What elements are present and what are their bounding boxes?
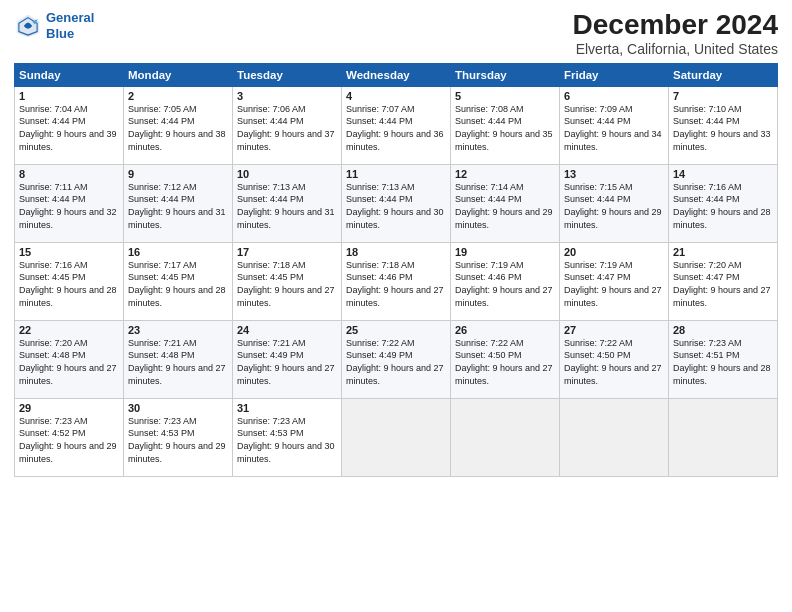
calendar-cell: 18Sunrise: 7:18 AMSunset: 4:46 PMDayligh… xyxy=(342,242,451,320)
day-number: 2 xyxy=(128,90,228,102)
day-number: 26 xyxy=(455,324,555,336)
day-number: 30 xyxy=(128,402,228,414)
day-info: Sunrise: 7:23 AMSunset: 4:53 PMDaylight:… xyxy=(237,415,337,465)
calendar-cell: 13Sunrise: 7:15 AMSunset: 4:44 PMDayligh… xyxy=(560,164,669,242)
calendar-cell: 14Sunrise: 7:16 AMSunset: 4:44 PMDayligh… xyxy=(669,164,778,242)
header: General Blue December 2024 Elverta, Cali… xyxy=(14,10,778,57)
calendar-cell xyxy=(342,398,451,476)
calendar-cell: 24Sunrise: 7:21 AMSunset: 4:49 PMDayligh… xyxy=(233,320,342,398)
day-number: 20 xyxy=(564,246,664,258)
day-info: Sunrise: 7:07 AMSunset: 4:44 PMDaylight:… xyxy=(346,103,446,153)
calendar-cell: 29Sunrise: 7:23 AMSunset: 4:52 PMDayligh… xyxy=(15,398,124,476)
page-container: General Blue December 2024 Elverta, Cali… xyxy=(0,0,792,485)
calendar-cell: 30Sunrise: 7:23 AMSunset: 4:53 PMDayligh… xyxy=(124,398,233,476)
day-header-wednesday: Wednesday xyxy=(342,63,451,86)
title-block: December 2024 Elverta, California, Unite… xyxy=(573,10,778,57)
day-number: 1 xyxy=(19,90,119,102)
day-number: 16 xyxy=(128,246,228,258)
day-number: 29 xyxy=(19,402,119,414)
day-info: Sunrise: 7:13 AMSunset: 4:44 PMDaylight:… xyxy=(237,181,337,231)
day-info: Sunrise: 7:21 AMSunset: 4:48 PMDaylight:… xyxy=(128,337,228,387)
day-info: Sunrise: 7:14 AMSunset: 4:44 PMDaylight:… xyxy=(455,181,555,231)
calendar-cell: 16Sunrise: 7:17 AMSunset: 4:45 PMDayligh… xyxy=(124,242,233,320)
calendar-header-row: SundayMondayTuesdayWednesdayThursdayFrid… xyxy=(15,63,778,86)
calendar-cell: 1Sunrise: 7:04 AMSunset: 4:44 PMDaylight… xyxy=(15,86,124,164)
calendar-cell: 28Sunrise: 7:23 AMSunset: 4:51 PMDayligh… xyxy=(669,320,778,398)
day-number: 13 xyxy=(564,168,664,180)
day-header-friday: Friday xyxy=(560,63,669,86)
day-info: Sunrise: 7:04 AMSunset: 4:44 PMDaylight:… xyxy=(19,103,119,153)
day-number: 27 xyxy=(564,324,664,336)
day-info: Sunrise: 7:22 AMSunset: 4:50 PMDaylight:… xyxy=(564,337,664,387)
day-number: 17 xyxy=(237,246,337,258)
day-info: Sunrise: 7:22 AMSunset: 4:50 PMDaylight:… xyxy=(455,337,555,387)
day-info: Sunrise: 7:12 AMSunset: 4:44 PMDaylight:… xyxy=(128,181,228,231)
calendar-week-row: 22Sunrise: 7:20 AMSunset: 4:48 PMDayligh… xyxy=(15,320,778,398)
day-info: Sunrise: 7:16 AMSunset: 4:45 PMDaylight:… xyxy=(19,259,119,309)
day-info: Sunrise: 7:20 AMSunset: 4:47 PMDaylight:… xyxy=(673,259,773,309)
day-info: Sunrise: 7:23 AMSunset: 4:52 PMDaylight:… xyxy=(19,415,119,465)
page-title: December 2024 xyxy=(573,10,778,41)
calendar-cell: 7Sunrise: 7:10 AMSunset: 4:44 PMDaylight… xyxy=(669,86,778,164)
calendar-cell xyxy=(560,398,669,476)
day-header-saturday: Saturday xyxy=(669,63,778,86)
day-number: 28 xyxy=(673,324,773,336)
day-info: Sunrise: 7:05 AMSunset: 4:44 PMDaylight:… xyxy=(128,103,228,153)
calendar-cell: 19Sunrise: 7:19 AMSunset: 4:46 PMDayligh… xyxy=(451,242,560,320)
day-info: Sunrise: 7:09 AMSunset: 4:44 PMDaylight:… xyxy=(564,103,664,153)
day-number: 31 xyxy=(237,402,337,414)
day-info: Sunrise: 7:21 AMSunset: 4:49 PMDaylight:… xyxy=(237,337,337,387)
day-info: Sunrise: 7:10 AMSunset: 4:44 PMDaylight:… xyxy=(673,103,773,153)
day-info: Sunrise: 7:20 AMSunset: 4:48 PMDaylight:… xyxy=(19,337,119,387)
logo-icon xyxy=(14,12,42,40)
calendar-cell: 27Sunrise: 7:22 AMSunset: 4:50 PMDayligh… xyxy=(560,320,669,398)
day-number: 15 xyxy=(19,246,119,258)
day-info: Sunrise: 7:19 AMSunset: 4:46 PMDaylight:… xyxy=(455,259,555,309)
calendar-cell: 8Sunrise: 7:11 AMSunset: 4:44 PMDaylight… xyxy=(15,164,124,242)
day-number: 10 xyxy=(237,168,337,180)
calendar-cell xyxy=(669,398,778,476)
day-header-tuesday: Tuesday xyxy=(233,63,342,86)
day-info: Sunrise: 7:18 AMSunset: 4:45 PMDaylight:… xyxy=(237,259,337,309)
page-subtitle: Elverta, California, United States xyxy=(573,41,778,57)
calendar-cell: 25Sunrise: 7:22 AMSunset: 4:49 PMDayligh… xyxy=(342,320,451,398)
calendar-cell: 10Sunrise: 7:13 AMSunset: 4:44 PMDayligh… xyxy=(233,164,342,242)
day-number: 3 xyxy=(237,90,337,102)
calendar-week-row: 15Sunrise: 7:16 AMSunset: 4:45 PMDayligh… xyxy=(15,242,778,320)
calendar-cell: 31Sunrise: 7:23 AMSunset: 4:53 PMDayligh… xyxy=(233,398,342,476)
day-info: Sunrise: 7:23 AMSunset: 4:53 PMDaylight:… xyxy=(128,415,228,465)
day-info: Sunrise: 7:17 AMSunset: 4:45 PMDaylight:… xyxy=(128,259,228,309)
calendar-cell: 12Sunrise: 7:14 AMSunset: 4:44 PMDayligh… xyxy=(451,164,560,242)
day-info: Sunrise: 7:11 AMSunset: 4:44 PMDaylight:… xyxy=(19,181,119,231)
day-number: 19 xyxy=(455,246,555,258)
calendar-cell: 17Sunrise: 7:18 AMSunset: 4:45 PMDayligh… xyxy=(233,242,342,320)
calendar-cell: 6Sunrise: 7:09 AMSunset: 4:44 PMDaylight… xyxy=(560,86,669,164)
calendar-cell: 20Sunrise: 7:19 AMSunset: 4:47 PMDayligh… xyxy=(560,242,669,320)
day-info: Sunrise: 7:15 AMSunset: 4:44 PMDaylight:… xyxy=(564,181,664,231)
calendar-cell: 22Sunrise: 7:20 AMSunset: 4:48 PMDayligh… xyxy=(15,320,124,398)
calendar-cell: 23Sunrise: 7:21 AMSunset: 4:48 PMDayligh… xyxy=(124,320,233,398)
calendar-cell: 21Sunrise: 7:20 AMSunset: 4:47 PMDayligh… xyxy=(669,242,778,320)
day-number: 4 xyxy=(346,90,446,102)
day-header-sunday: Sunday xyxy=(15,63,124,86)
day-number: 12 xyxy=(455,168,555,180)
day-info: Sunrise: 7:16 AMSunset: 4:44 PMDaylight:… xyxy=(673,181,773,231)
day-info: Sunrise: 7:08 AMSunset: 4:44 PMDaylight:… xyxy=(455,103,555,153)
calendar-week-row: 8Sunrise: 7:11 AMSunset: 4:44 PMDaylight… xyxy=(15,164,778,242)
day-number: 23 xyxy=(128,324,228,336)
day-number: 6 xyxy=(564,90,664,102)
day-number: 14 xyxy=(673,168,773,180)
calendar-table: SundayMondayTuesdayWednesdayThursdayFrid… xyxy=(14,63,778,477)
day-info: Sunrise: 7:19 AMSunset: 4:47 PMDaylight:… xyxy=(564,259,664,309)
day-number: 21 xyxy=(673,246,773,258)
day-number: 11 xyxy=(346,168,446,180)
calendar-week-row: 1Sunrise: 7:04 AMSunset: 4:44 PMDaylight… xyxy=(15,86,778,164)
day-number: 8 xyxy=(19,168,119,180)
calendar-cell: 2Sunrise: 7:05 AMSunset: 4:44 PMDaylight… xyxy=(124,86,233,164)
day-number: 18 xyxy=(346,246,446,258)
calendar-cell: 26Sunrise: 7:22 AMSunset: 4:50 PMDayligh… xyxy=(451,320,560,398)
day-info: Sunrise: 7:18 AMSunset: 4:46 PMDaylight:… xyxy=(346,259,446,309)
calendar-week-row: 29Sunrise: 7:23 AMSunset: 4:52 PMDayligh… xyxy=(15,398,778,476)
day-number: 7 xyxy=(673,90,773,102)
day-info: Sunrise: 7:13 AMSunset: 4:44 PMDaylight:… xyxy=(346,181,446,231)
